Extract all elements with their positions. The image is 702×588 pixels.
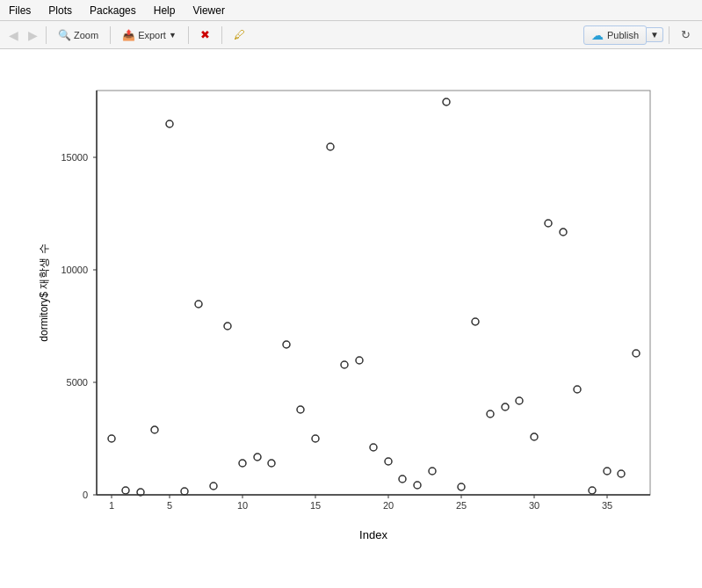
- svg-text:25: 25: [455, 500, 466, 511]
- menu-help[interactable]: Help: [150, 4, 179, 17]
- export-icon: 📤: [122, 29, 135, 41]
- menu-plots[interactable]: Plots: [45, 4, 76, 17]
- zoom-button[interactable]: 🔍 Zoom: [52, 26, 105, 44]
- publish-dropdown-button[interactable]: ▼: [647, 27, 663, 42]
- refresh-button[interactable]: ↻: [675, 25, 697, 44]
- svg-text:10: 10: [236, 500, 247, 511]
- svg-text:15: 15: [309, 500, 320, 511]
- separator-3: [188, 26, 189, 44]
- svg-text:35: 35: [601, 500, 612, 511]
- menu-packages[interactable]: Packages: [86, 4, 140, 17]
- separator-1: [46, 26, 47, 44]
- plot-area: [97, 91, 650, 495]
- export-label: Export: [138, 30, 166, 40]
- menu-bar: Files Plots Packages Help Viewer: [0, 0, 702, 21]
- separator-4: [221, 26, 222, 44]
- zoom-label: Zoom: [74, 30, 98, 40]
- delete-button[interactable]: ✖: [194, 25, 216, 44]
- plot-container: 0 5000 10000 15000 1 5 1: [35, 73, 668, 565]
- publish-group: ☁ Publish ▼: [583, 25, 663, 45]
- y-axis-label: dormitory$ 재학생 수: [38, 243, 50, 341]
- clear-button[interactable]: 🖊: [228, 25, 251, 44]
- x-axis-label: Index: [359, 528, 387, 541]
- forward-button[interactable]: ▶: [25, 27, 40, 43]
- menu-files[interactable]: Files: [5, 4, 34, 17]
- svg-text:0: 0: [82, 490, 87, 500]
- toolbar: ◀ ▶ 🔍 Zoom 📤 Export ▼ ✖ 🖊 ☁ Publish ▼ ↻: [0, 21, 702, 49]
- svg-text:10000: 10000: [61, 265, 88, 275]
- svg-text:30: 30: [528, 500, 539, 511]
- export-button[interactable]: 📤 Export ▼: [116, 26, 183, 44]
- svg-text:1: 1: [108, 500, 113, 511]
- svg-text:5: 5: [166, 500, 171, 511]
- publish-button[interactable]: ☁ Publish: [583, 25, 647, 45]
- menu-viewer[interactable]: Viewer: [189, 4, 228, 17]
- svg-text:5000: 5000: [66, 377, 87, 388]
- svg-text:15000: 15000: [61, 152, 88, 163]
- back-button[interactable]: ◀: [5, 27, 21, 43]
- zoom-icon: 🔍: [58, 29, 71, 41]
- broom-icon: 🖊: [234, 28, 245, 41]
- plot-svg: 0 5000 10000 15000 1 5 1: [35, 73, 668, 565]
- publish-label: Publish: [607, 30, 639, 40]
- publish-icon: ☁: [591, 28, 604, 42]
- refresh-icon: ↻: [681, 28, 691, 41]
- svg-text:20: 20: [382, 500, 393, 511]
- close-icon: ✖: [200, 28, 210, 41]
- separator-2: [110, 26, 111, 44]
- export-chevron-icon: ▼: [169, 31, 177, 40]
- main-content: 0 5000 10000 15000 1 5 1: [0, 49, 702, 588]
- separator-5: [669, 26, 669, 44]
